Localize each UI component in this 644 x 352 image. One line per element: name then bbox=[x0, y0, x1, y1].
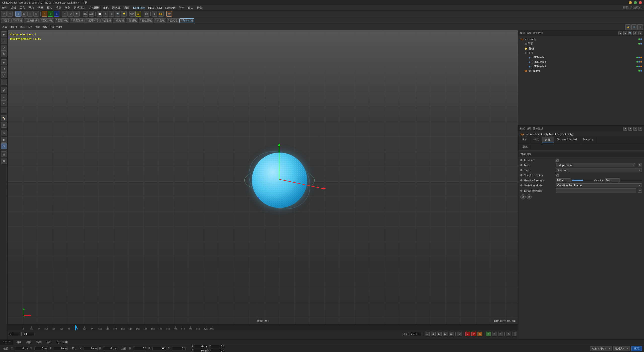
tab-mapping[interactable]: Mapping bbox=[580, 137, 597, 143]
x-axis-btn[interactable]: X bbox=[42, 11, 47, 17]
tag-yzt[interactable]: * 圆柱体域 bbox=[39, 18, 54, 23]
lt-point[interactable]: · bbox=[1, 79, 7, 85]
redo-btn[interactable]: ↪ bbox=[7, 11, 13, 17]
tree-item-plane[interactable]: ▭ 平面 bbox=[519, 41, 643, 46]
tree-item-u3dmesh2[interactable]: ◈ U3DMesh.2 bbox=[519, 64, 643, 69]
h-rot-input[interactable] bbox=[133, 347, 147, 350]
tab-groups[interactable]: Groups Affected bbox=[554, 137, 580, 143]
tree-item-u3dmesh[interactable]: ◈ U3DMesh bbox=[519, 55, 643, 60]
x-size-input[interactable] bbox=[84, 347, 98, 350]
lock-btn[interactable]: 🔒 bbox=[135, 11, 141, 17]
menu-realflow[interactable]: RealFlow bbox=[133, 6, 145, 9]
scene-settings[interactable]: ≡ bbox=[638, 31, 642, 35]
viewport-label-options[interactable]: 选项 bbox=[26, 25, 33, 29]
tag-gst[interactable]: * 公式域 bbox=[167, 18, 179, 23]
tag-jnt[interactable]: * 胶囊体域 bbox=[70, 18, 85, 23]
auto-key-btn[interactable]: A bbox=[506, 332, 511, 336]
lt-edge[interactable]: ╱ bbox=[1, 72, 7, 78]
prev-frame-btn[interactable]: ◀ bbox=[431, 332, 436, 336]
tab-coord[interactable]: 坐标 bbox=[530, 137, 542, 143]
reset-btn-1[interactable]: ↺ bbox=[520, 194, 526, 199]
viewport-canvas[interactable]: Number of emitters: 1 Total live particl… bbox=[8, 30, 518, 324]
lt-knife[interactable]: ✂ bbox=[1, 100, 7, 106]
unit-mode-dropdown[interactable]: 绝对尺寸 bbox=[613, 346, 630, 351]
variation-slider[interactable] bbox=[621, 180, 642, 181]
lt-magnet[interactable]: ⊙ bbox=[1, 130, 7, 136]
render-btn[interactable]: ▶▶ bbox=[158, 11, 164, 17]
reset-btn-2[interactable]: ↺ bbox=[527, 194, 532, 199]
lt-scale[interactable]: ⤢ bbox=[1, 45, 7, 51]
select-live-btn[interactable]: ◈ bbox=[15, 11, 21, 17]
tree-item-xpgravity[interactable]: xp xpGravity bbox=[519, 37, 643, 41]
menu-mograph[interactable]: 运动图形 bbox=[89, 6, 100, 10]
menu-plugins[interactable]: 插件 bbox=[124, 6, 130, 10]
tree-item-u3dmesh1[interactable]: ◈ U3DMesh.1 bbox=[519, 60, 643, 64]
variation-input[interactable] bbox=[605, 178, 620, 182]
maximize-btn[interactable] bbox=[634, 1, 637, 4]
tag-zuyu[interactable]: * 组域 bbox=[1, 18, 11, 23]
record-scale-btn[interactable]: S bbox=[477, 332, 482, 336]
tag-xxt[interactable]: * 线性域 bbox=[100, 18, 113, 23]
scene-search[interactable]: 🔍 bbox=[628, 31, 632, 35]
lt-tweak[interactable]: ◈ bbox=[1, 59, 7, 65]
lt-extrude[interactable]: ⬛ bbox=[1, 107, 7, 113]
menu-sculpt[interactable]: 雕刻 bbox=[65, 6, 70, 10]
scale-btn[interactable]: ⤢ bbox=[68, 11, 74, 17]
menu-insydium[interactable]: INSYDIUM bbox=[148, 6, 162, 9]
props-nav-fwd[interactable]: ▶ bbox=[628, 127, 632, 131]
key-all-btn[interactable]: K bbox=[486, 332, 491, 336]
end-frame-input[interactable] bbox=[410, 332, 421, 336]
viewport-label-panel[interactable]: 面板 bbox=[41, 25, 48, 29]
props-settings[interactable]: ≡ bbox=[638, 127, 642, 131]
menu-redshift[interactable]: Redshift bbox=[165, 6, 175, 9]
y-size-input[interactable] bbox=[194, 345, 208, 348]
psr-btn[interactable]: PSR bbox=[129, 11, 135, 17]
cylinder-btn[interactable]: ⬭ bbox=[109, 11, 114, 17]
props-userdata[interactable]: 用户数据 bbox=[533, 127, 543, 130]
vp-cam-btn[interactable]: 📹 bbox=[631, 24, 637, 30]
record-btn[interactable]: ● bbox=[465, 332, 470, 336]
b-rot-input[interactable] bbox=[172, 347, 186, 350]
y-axis-btn[interactable]: Y bbox=[48, 11, 53, 17]
dropdown-type[interactable]: Standard bbox=[556, 168, 642, 172]
vp-1-btn[interactable]: 1 bbox=[637, 24, 643, 30]
menu-edit[interactable]: 编辑 bbox=[11, 6, 16, 10]
bottom-tab-edit[interactable]: 编辑 bbox=[24, 341, 34, 344]
menu-tools[interactable]: 工具 bbox=[20, 6, 25, 10]
scene-mode-tab[interactable]: 模式 bbox=[520, 31, 525, 35]
z-pos-input[interactable] bbox=[54, 347, 68, 350]
lt-grid[interactable]: ⊞ bbox=[1, 151, 7, 157]
scene-nav-fwd[interactable]: ▶ bbox=[623, 31, 627, 35]
h-size-input[interactable] bbox=[103, 347, 117, 350]
menu-anim[interactable]: 动画 bbox=[38, 6, 43, 10]
checkbox-enabled[interactable]: ✓ bbox=[556, 159, 559, 162]
p2-rot-input[interactable] bbox=[211, 345, 225, 348]
record-pos-btn[interactable]: P bbox=[471, 332, 476, 336]
b2-rot-input[interactable] bbox=[211, 349, 225, 352]
obj-btn[interactable]: OBJ bbox=[83, 11, 88, 17]
sphere-btn[interactable]: ● bbox=[103, 11, 108, 17]
qr-btn[interactable]: QR bbox=[144, 11, 149, 17]
coord-mode-dropdown[interactable]: 对象（相对） bbox=[590, 346, 612, 351]
scene-nav-back[interactable]: ◀ bbox=[618, 31, 622, 35]
gravity-input[interactable] bbox=[556, 178, 571, 182]
tree-item-connect[interactable]: ⊕ 连接 bbox=[519, 51, 643, 55]
rotate-btn[interactable]: ↻ bbox=[74, 11, 80, 17]
dropdown-mode[interactable]: Independent bbox=[556, 163, 635, 167]
gravity-slider[interactable] bbox=[572, 180, 593, 181]
xp-btn[interactable]: XP bbox=[166, 11, 172, 17]
menu-pipeline[interactable]: 流水线 bbox=[112, 6, 120, 10]
lt-select[interactable]: ▶ bbox=[1, 31, 7, 37]
props-nav-back[interactable]: ◀ bbox=[623, 127, 627, 131]
next-frame-btn[interactable]: ▶ bbox=[443, 332, 448, 336]
close-btn[interactable] bbox=[639, 1, 642, 4]
goto-end-btn[interactable]: ⏭ bbox=[449, 332, 454, 336]
window-controls[interactable] bbox=[629, 1, 642, 4]
viewport-label-camera[interactable]: 摄像机 bbox=[9, 25, 18, 29]
lt-move[interactable]: ✛ bbox=[1, 38, 7, 44]
vp-lock-btn[interactable]: 🔒 bbox=[625, 24, 631, 30]
dropdown-varmode[interactable]: Variation Per-Frame bbox=[556, 183, 642, 187]
props-edit[interactable]: 编辑 bbox=[527, 127, 532, 130]
render-region-btn[interactable]: ▶ bbox=[152, 11, 157, 17]
tag-lft[interactable]: * 立方体域 bbox=[24, 18, 39, 23]
